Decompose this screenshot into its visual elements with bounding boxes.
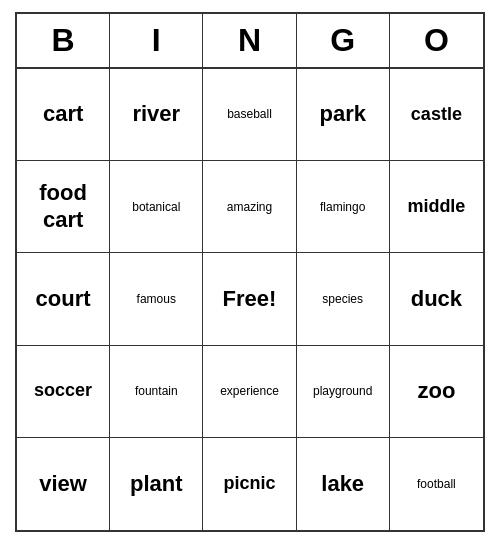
header-letter-b: B bbox=[17, 14, 110, 67]
cell-text-1: river bbox=[132, 101, 180, 127]
bingo-cell-7: amazing bbox=[203, 161, 296, 253]
bingo-header: BINGO bbox=[17, 14, 483, 69]
bingo-cell-20: view bbox=[17, 438, 110, 530]
bingo-cell-4: castle bbox=[390, 69, 483, 161]
cell-text-15: soccer bbox=[34, 380, 92, 402]
bingo-cell-3: park bbox=[297, 69, 390, 161]
bingo-cell-2: baseball bbox=[203, 69, 296, 161]
bingo-cell-0: cart bbox=[17, 69, 110, 161]
header-letter-n: N bbox=[203, 14, 296, 67]
bingo-cell-11: famous bbox=[110, 253, 203, 345]
bingo-cell-15: soccer bbox=[17, 346, 110, 438]
bingo-cell-12: Free! bbox=[203, 253, 296, 345]
cell-text-16: fountain bbox=[135, 384, 178, 398]
bingo-cell-8: flamingo bbox=[297, 161, 390, 253]
cell-text-11: famous bbox=[137, 292, 176, 306]
cell-text-4: castle bbox=[411, 104, 462, 126]
bingo-cell-17: experience bbox=[203, 346, 296, 438]
cell-text-10: court bbox=[36, 286, 91, 312]
bingo-cell-19: zoo bbox=[390, 346, 483, 438]
cell-text-19: zoo bbox=[417, 378, 455, 404]
cell-text-18: playground bbox=[313, 384, 372, 398]
bingo-cell-22: picnic bbox=[203, 438, 296, 530]
cell-text-14: duck bbox=[411, 286, 462, 312]
cell-text-8: flamingo bbox=[320, 200, 365, 214]
cell-text-12: Free! bbox=[223, 286, 277, 312]
bingo-cell-14: duck bbox=[390, 253, 483, 345]
cell-text-13: species bbox=[322, 292, 363, 306]
cell-text-23: lake bbox=[321, 471, 364, 497]
cell-text-5: food cart bbox=[21, 180, 105, 233]
cell-text-17: experience bbox=[220, 384, 279, 398]
bingo-cell-21: plant bbox=[110, 438, 203, 530]
cell-text-21: plant bbox=[130, 471, 183, 497]
cell-text-9: middle bbox=[407, 196, 465, 218]
bingo-cell-13: species bbox=[297, 253, 390, 345]
bingo-cell-9: middle bbox=[390, 161, 483, 253]
cell-text-2: baseball bbox=[227, 107, 272, 121]
header-letter-i: I bbox=[110, 14, 203, 67]
cell-text-22: picnic bbox=[223, 473, 275, 495]
cell-text-0: cart bbox=[43, 101, 83, 127]
cell-text-24: football bbox=[417, 477, 456, 491]
header-letter-o: O bbox=[390, 14, 483, 67]
bingo-cell-24: football bbox=[390, 438, 483, 530]
bingo-cell-16: fountain bbox=[110, 346, 203, 438]
bingo-cell-5: food cart bbox=[17, 161, 110, 253]
header-letter-g: G bbox=[297, 14, 390, 67]
bingo-grid: cartriverbaseballparkcastlefood cartbota… bbox=[17, 69, 483, 530]
bingo-card: BINGO cartriverbaseballparkcastlefood ca… bbox=[15, 12, 485, 532]
bingo-cell-1: river bbox=[110, 69, 203, 161]
bingo-cell-6: botanical bbox=[110, 161, 203, 253]
bingo-cell-18: playground bbox=[297, 346, 390, 438]
cell-text-7: amazing bbox=[227, 200, 272, 214]
cell-text-6: botanical bbox=[132, 200, 180, 214]
cell-text-3: park bbox=[319, 101, 365, 127]
cell-text-20: view bbox=[39, 471, 87, 497]
bingo-cell-23: lake bbox=[297, 438, 390, 530]
bingo-cell-10: court bbox=[17, 253, 110, 345]
